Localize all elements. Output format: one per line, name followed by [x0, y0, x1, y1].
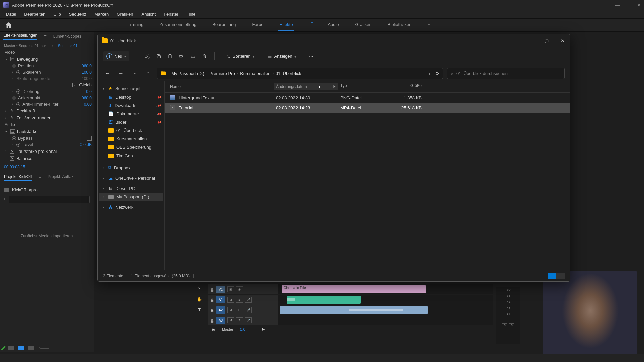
collapse-icon[interactable]: ▾: [5, 57, 7, 61]
keyframe-toggle-icon[interactable]: [16, 143, 20, 147]
paste-icon[interactable]: [167, 54, 173, 59]
panel-menu-icon[interactable]: ≡: [38, 174, 41, 181]
column-type[interactable]: Typ: [338, 83, 388, 90]
lock-track-icon[interactable]: [210, 318, 214, 323]
breadcrumb-item[interactable]: Kursmaterialien: [240, 71, 270, 76]
menu-graphics[interactable]: Grafiken: [113, 11, 137, 18]
fx-icon[interactable]: fx: [10, 116, 14, 120]
sidebar-quickaccess[interactable]: ▾★Schnellzugriff: [99, 84, 163, 93]
file-row[interactable]: Tutorial 02.08.2022 14:23 MP4-Datei 25.6…: [165, 103, 570, 113]
thumbnails-view-button[interactable]: [556, 273, 565, 279]
refresh-button[interactable]: ⟳: [436, 71, 439, 76]
maximize-button[interactable]: ▢: [626, 3, 630, 8]
keyframe-toggle-icon[interactable]: [12, 96, 16, 100]
nav-up-button[interactable]: ↑: [143, 69, 153, 78]
expand-icon[interactable]: ›: [12, 143, 13, 146]
voiceover-icon[interactable]: 🎤: [245, 297, 252, 303]
explorer-close-button[interactable]: ✕: [559, 37, 566, 45]
solo-button[interactable]: S: [236, 317, 243, 323]
workspace-libraries[interactable]: Bibliotheken: [386, 19, 413, 31]
column-name[interactable]: Name˄: [170, 83, 274, 90]
track-v1-label[interactable]: V1: [216, 286, 225, 293]
expand-icon[interactable]: ›: [5, 116, 6, 120]
view-button[interactable]: Anzeigen: [264, 52, 300, 61]
anchor-value[interactable]: 960,0: [82, 96, 92, 100]
sidebar-materials[interactable]: Kursmaterialien: [99, 135, 163, 143]
level-value[interactable]: 0,0 dB: [80, 142, 92, 147]
menu-window[interactable]: Fenster: [160, 11, 182, 18]
sidebar-desktop[interactable]: 🖥Desktop📌: [99, 93, 163, 101]
fx-icon[interactable]: fx: [10, 109, 14, 113]
details-view-button[interactable]: [548, 273, 556, 279]
fx-icon[interactable]: fx: [10, 129, 15, 134]
tab-project-auftakt[interactable]: Projekt: Auftakt: [48, 174, 75, 181]
breadcrumb[interactable]: › My Passport (D:) › Premiere Pro › Kurs…: [157, 68, 443, 79]
rotation-value[interactable]: 0,0: [86, 89, 92, 94]
file-row[interactable]: Hintergrund Textur 02.08.2022 14:30 PNG-…: [165, 93, 570, 103]
fx-icon[interactable]: fx: [10, 149, 14, 154]
fx-icon[interactable]: fx: [10, 57, 15, 61]
more-button[interactable]: ⋯: [306, 52, 317, 61]
expand-icon[interactable]: ›: [12, 89, 13, 93]
track-a3-label[interactable]: A3: [216, 317, 225, 324]
list-view-icon[interactable]: [8, 346, 14, 350]
bypass-checkbox[interactable]: [87, 136, 92, 141]
keyframe-toggle-icon[interactable]: [12, 136, 16, 140]
rename-icon[interactable]: [179, 54, 184, 59]
share-icon[interactable]: [190, 54, 196, 59]
column-size[interactable]: Größe: [388, 83, 422, 90]
menu-edit[interactable]: Bearbeiten: [21, 11, 49, 18]
fx-icon[interactable]: fx: [10, 156, 14, 161]
freeform-view-icon[interactable]: [28, 346, 34, 350]
lock-track-icon[interactable]: [210, 297, 214, 302]
workspace-options-icon[interactable]: ≡: [311, 19, 313, 31]
sidebar-obs[interactable]: OBS Speicherung: [99, 143, 163, 152]
solo-right-button[interactable]: S: [509, 323, 514, 327]
explorer-minimize-button[interactable]: —: [527, 37, 534, 45]
sidebar-passport[interactable]: ›My Passport (D:): [99, 193, 163, 201]
sidebar-documents[interactable]: 📄Dokumente📌: [99, 110, 163, 118]
sidebar-thispc[interactable]: ›🖥Dieser PC: [99, 184, 163, 193]
solo-left-button[interactable]: S: [502, 323, 507, 327]
sidebar-tim[interactable]: Tim Geb: [99, 152, 163, 160]
flicker-value[interactable]: 0,00: [84, 102, 92, 107]
mute-button[interactable]: M: [227, 317, 234, 323]
scale-value[interactable]: 100,0: [82, 70, 92, 75]
workspace-editing[interactable]: Bearbeitung: [211, 19, 237, 31]
import-hint[interactable]: Zunächst Medien importieren: [4, 234, 90, 238]
uniform-scale-checkbox[interactable]: [72, 83, 77, 87]
position-value[interactable]: 960,0: [82, 64, 92, 68]
sidebar-overview[interactable]: 01_Überblick: [99, 126, 163, 135]
master-value[interactable]: 0,0: [240, 327, 245, 331]
tab-lumetri-scopes[interactable]: Lumetri-Scopes: [53, 34, 82, 39]
workspace-overflow-icon[interactable]: »: [426, 19, 431, 31]
panel-menu-icon[interactable]: ≡: [44, 34, 47, 39]
toggle-output-icon[interactable]: ▣: [227, 286, 234, 292]
zoom-slider[interactable]: ○━━━: [38, 346, 49, 351]
expand-icon[interactable]: ›: [5, 109, 6, 113]
lock-track-icon[interactable]: [210, 287, 214, 292]
nav-back-button[interactable]: ←: [103, 69, 112, 78]
expand-icon[interactable]: ›: [5, 157, 6, 160]
playhead[interactable]: [264, 284, 264, 345]
keyframe-toggle-icon[interactable]: [12, 64, 16, 68]
sidebar-dropbox[interactable]: ›⧉Dropbox: [99, 163, 163, 172]
breadcrumb-item[interactable]: 01_Überblick: [276, 71, 301, 76]
delete-icon[interactable]: [202, 54, 207, 59]
project-search-input[interactable]: [9, 196, 90, 203]
menu-file[interactable]: Datei: [3, 11, 19, 18]
nav-forward-button[interactable]: →: [116, 69, 126, 78]
workspace-training[interactable]: Training: [126, 19, 145, 31]
balance-label[interactable]: Balance: [16, 156, 32, 161]
nav-history-button[interactable]: [130, 69, 139, 78]
workspace-color[interactable]: Farbe: [251, 19, 265, 31]
breadcrumb-item[interactable]: My Passport (D:): [171, 71, 204, 76]
collapse-icon[interactable]: ▾: [5, 130, 7, 133]
menu-sequence[interactable]: Sequenz: [66, 11, 90, 18]
close-button[interactable]: ✕: [637, 3, 641, 8]
copy-icon[interactable]: [156, 54, 161, 59]
mute-button[interactable]: M: [227, 307, 234, 313]
audio-clip[interactable]: [280, 306, 428, 314]
lock-track-icon[interactable]: [211, 327, 215, 331]
pin-icon[interactable]: 📌: [156, 95, 162, 100]
